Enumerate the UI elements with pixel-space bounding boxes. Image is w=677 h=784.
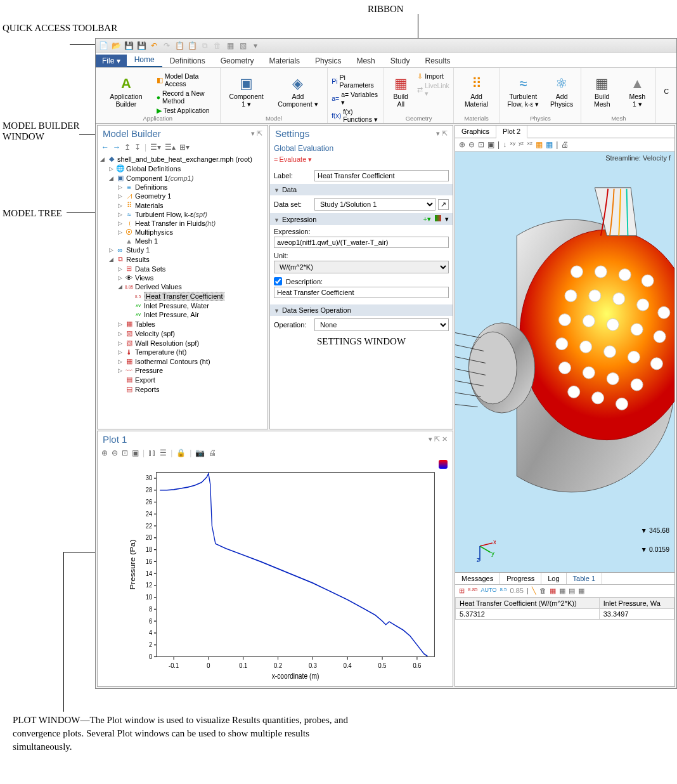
collapse-icon[interactable]: ☰▾ bbox=[150, 143, 161, 152]
dataset-goto-button[interactable]: ↗ bbox=[438, 199, 449, 210]
section-dso[interactable]: ▼Data Series Operation bbox=[270, 304, 453, 316]
tree-item[interactable]: ᴀᴠInlet Pressure, Water bbox=[100, 301, 265, 310]
tree-item[interactable]: ▷⟮Heat Transfer in Fluids (ht) bbox=[100, 219, 265, 228]
xz-view-icon[interactable]: ˣᶻ bbox=[527, 140, 532, 149]
back-icon[interactable]: ← bbox=[101, 143, 109, 152]
show-icon[interactable]: ⊞▾ bbox=[179, 143, 190, 152]
down-icon[interactable]: ↧ bbox=[134, 143, 141, 152]
colorbar-icon[interactable] bbox=[439, 460, 448, 469]
tree-item[interactable]: ▷≈Turbulent Flow, k-ε (spf) bbox=[100, 210, 265, 219]
plot-table-icon[interactable]: ▤ bbox=[569, 587, 575, 595]
plot-area[interactable]: 024681012141618202224262830-0.100.10.20.… bbox=[98, 459, 453, 686]
tab-messages[interactable]: Messages bbox=[455, 573, 500, 584]
tree-item[interactable]: ▤Reports bbox=[100, 384, 265, 394]
build-mesh-button[interactable]: ▦Build Mesh bbox=[585, 69, 619, 114]
tree-item[interactable]: ▷⊞Data Sets bbox=[100, 264, 265, 273]
parameters-button[interactable]: PiPi Parameters bbox=[332, 73, 380, 89]
tab-mesh[interactable]: Mesh bbox=[349, 55, 382, 67]
brush-icon[interactable]: ╲ bbox=[532, 587, 536, 595]
zoom-extents-icon[interactable]: ⊡ bbox=[122, 448, 128, 457]
application-builder-button[interactable]: A Application Builder bbox=[100, 69, 153, 114]
tree-item[interactable]: ▷🌐Global Definitions bbox=[100, 164, 265, 173]
variables-button[interactable]: a=a= Variables ▾ bbox=[332, 90, 380, 107]
label-input[interactable] bbox=[314, 170, 449, 181]
description-input[interactable] bbox=[274, 287, 449, 298]
tree-item[interactable]: ▷⠿Materials bbox=[100, 200, 265, 210]
livelink-button[interactable]: ⇄LiveLink ▾ bbox=[417, 81, 449, 98]
tree-item[interactable]: ▷≡Definitions bbox=[100, 183, 265, 192]
functions-button[interactable]: f(x)f(x) Functions ▾ bbox=[332, 107, 380, 124]
model-tree[interactable]: ◢◆shell_and_tube_heat_exchanger.mph (roo… bbox=[98, 153, 268, 429]
zoom-in-icon[interactable]: ⊕ bbox=[101, 448, 108, 457]
tree-item[interactable]: ▷▦Isothermal Contours (ht) bbox=[100, 356, 265, 366]
new-icon[interactable]: 📄 bbox=[98, 41, 108, 51]
unit-select[interactable]: W/(m^2*K) bbox=[274, 261, 449, 273]
table-cell-0[interactable]: 5.37312 bbox=[456, 609, 600, 620]
format-icon[interactable]: 8.5 bbox=[500, 587, 506, 595]
xy-view-icon[interactable]: ˣʸ bbox=[510, 140, 515, 149]
zoom-extents-icon[interactable]: ⊡ bbox=[478, 140, 484, 149]
zoom-out-icon[interactable]: ⊖ bbox=[468, 140, 475, 149]
tree-item[interactable]: ▷▧Wall Resolution (spf) bbox=[100, 338, 265, 348]
tree-item[interactable]: ▷👁Views bbox=[100, 273, 265, 282]
tab-geometry[interactable]: Geometry bbox=[213, 55, 262, 67]
component-button[interactable]: ▣Component 1 ▾ bbox=[224, 69, 269, 114]
default-view-icon[interactable]: ↓ bbox=[503, 140, 506, 149]
clear-icon[interactable]: 0.85 bbox=[510, 587, 524, 595]
delete-icon[interactable]: 🗑 bbox=[212, 41, 222, 51]
add-expr-icon[interactable]: +▾ bbox=[423, 215, 431, 223]
section-expression[interactable]: ▼Expression +▾▾ bbox=[270, 213, 453, 225]
duplicate-icon[interactable]: ⧉ bbox=[200, 41, 210, 51]
table-col-0[interactable]: Heat Transfer Coefficient (W/(m^2*K)) bbox=[456, 598, 600, 609]
table-icon[interactable]: ⊞ bbox=[459, 587, 465, 595]
tree-item[interactable]: ▲Mesh 1 bbox=[100, 237, 265, 245]
tree-item[interactable]: ▷⩘Geometry 1 bbox=[100, 192, 265, 200]
scene-light-icon[interactable]: ▦ bbox=[536, 140, 543, 149]
undo-icon[interactable]: ↶ bbox=[149, 41, 159, 51]
section-data[interactable]: ▼Data bbox=[270, 184, 453, 195]
tree-item[interactable]: ᴀᴠInlet Pressure, Air bbox=[100, 310, 265, 319]
tab-results[interactable]: Results bbox=[417, 55, 458, 67]
delete-table-icon[interactable]: 🗑 bbox=[539, 587, 546, 595]
tree-item[interactable]: ▷▦Tables bbox=[100, 319, 265, 329]
operation-select[interactable]: None bbox=[314, 318, 449, 331]
tab-home[interactable]: Home bbox=[127, 53, 162, 67]
copy-icon[interactable]: 📋 bbox=[174, 41, 184, 51]
add-component-button[interactable]: ◈Add Component ▾ bbox=[273, 69, 324, 114]
export-icon[interactable]: ▦ bbox=[550, 587, 556, 595]
color-expr-icon[interactable] bbox=[435, 215, 441, 221]
tree-item[interactable]: ▷▧Velocity (spf) bbox=[100, 329, 265, 338]
table-col-1[interactable]: Inlet Pressure, Wa bbox=[599, 598, 674, 609]
turbulent-flow-button[interactable]: ≈Turbulent Flow, k-ε ▾ bbox=[503, 69, 543, 114]
tab-log[interactable]: Log bbox=[541, 573, 566, 584]
table-cell-1[interactable]: 33.3497 bbox=[599, 609, 674, 620]
redo-icon[interactable]: ↷ bbox=[162, 41, 172, 51]
tree-item[interactable]: ▷〰Pressure bbox=[100, 366, 265, 375]
properties-icon[interactable]: ▦ bbox=[225, 41, 235, 51]
record-method-button[interactable]: ●Record a New Method bbox=[157, 89, 216, 105]
tab-definitions[interactable]: Definitions bbox=[162, 55, 213, 67]
add-physics-button[interactable]: ⚛Add Physics bbox=[546, 69, 577, 114]
tab-physics[interactable]: Physics bbox=[307, 55, 349, 67]
surface-icon[interactable]: ▦ bbox=[578, 587, 584, 595]
auto-icon[interactable]: AUTO bbox=[481, 587, 497, 595]
zoom-in-icon[interactable]: ⊕ bbox=[459, 140, 465, 149]
expression-input[interactable] bbox=[274, 237, 449, 248]
grid-y-icon[interactable]: ☰ bbox=[160, 448, 167, 457]
precision-icon[interactable]: 8.85 bbox=[468, 587, 478, 595]
model-data-access-button[interactable]: ◧Model Data Access bbox=[157, 72, 216, 88]
build-all-button[interactable]: ▦Build All bbox=[388, 69, 413, 114]
print-icon[interactable]: 🖨 bbox=[209, 448, 216, 457]
tree-item[interactable]: 8.5Heat Transfer Coefficient bbox=[100, 291, 265, 301]
tree-item[interactable]: ▷⦿Multiphysics bbox=[100, 228, 265, 237]
results-table[interactable]: Heat Transfer Coefficient (W/(m^2*K))Inl… bbox=[455, 598, 674, 620]
add-material-button[interactable]: ⠿Add Material bbox=[458, 69, 496, 114]
tab-study[interactable]: Study bbox=[383, 55, 418, 67]
yz-view-icon[interactable]: ʸᶻ bbox=[519, 140, 524, 149]
tab-plot2[interactable]: Plot 2 bbox=[496, 126, 527, 138]
test-application-button[interactable]: ▶Test Application bbox=[157, 106, 216, 115]
import-button[interactable]: ⇩Import bbox=[417, 72, 449, 81]
tab-graphics[interactable]: Graphics bbox=[455, 126, 496, 138]
mesh-select-button[interactable]: ▲Mesh 1 ▾ bbox=[622, 69, 652, 114]
tree-item[interactable]: ▤Export bbox=[100, 375, 265, 384]
